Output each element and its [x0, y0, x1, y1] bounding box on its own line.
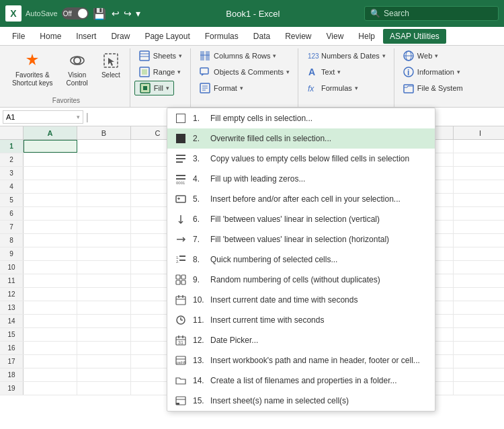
- formulas-button[interactable]: fx Formulas ▾: [302, 81, 362, 95]
- item-12-label: Date Picker...: [210, 336, 258, 345]
- dropdown-item-15[interactable]: 15. Insert sheet(s) name in selected cel…: [167, 391, 435, 411]
- save-icon[interactable]: 💾: [93, 7, 106, 20]
- col-header-A[interactable]: A: [24, 126, 77, 139]
- search-box[interactable]: 🔍 Search: [364, 6, 499, 21]
- item-14-num: 14.: [193, 376, 205, 385]
- dropdown-item-7[interactable]: 7. Fill 'between values' linear in selec…: [167, 229, 435, 249]
- svg-rect-12: [200, 68, 208, 74]
- svg-text:A: A: [308, 67, 315, 77]
- formulas-icon: fx: [306, 82, 319, 94]
- dropdown-item-13[interactable]: path/file 13. Insert workbook's path and…: [167, 350, 435, 370]
- numbers-dates-icon: 123: [306, 50, 319, 62]
- fill-dropdown-menu: 1. Fill empty cells in selection... 2. O…: [167, 108, 435, 412]
- ribbon-group-columns: Columns & Rows ▾ Objects & Comments ▾: [191, 48, 298, 107]
- information-icon: i: [403, 66, 415, 78]
- cell-A1[interactable]: [24, 140, 77, 153]
- menu-review[interactable]: Review: [278, 29, 318, 44]
- item-11-num: 11.: [193, 315, 205, 325]
- fill-horizontal-icon: [174, 233, 187, 246]
- dropdown-item-4[interactable]: 0001 4. Fill up with leading zeros...: [167, 169, 435, 189]
- item-2-num: 2.: [193, 134, 205, 143]
- information-dropdown: ▾: [457, 69, 460, 75]
- undo-dropdown[interactable]: ▾: [134, 7, 142, 20]
- insert-before-after-icon: [174, 192, 187, 206]
- fill-vertical-icon: [174, 212, 187, 226]
- text-button[interactable]: A Text ▾: [302, 65, 345, 79]
- dropdown-item-12[interactable]: 31 12. Date Picker...: [167, 330, 435, 350]
- item-3-label: Copy values to empty cells below filled …: [210, 154, 409, 163]
- name-box[interactable]: A1 ▾: [3, 110, 83, 124]
- date-picker-icon: 31: [174, 334, 187, 347]
- dropdown-item-14[interactable]: 14. Create a list of filenames and prope…: [167, 370, 435, 391]
- columns-rows-button[interactable]: Columns & Rows ▾: [195, 48, 280, 63]
- search-placeholder: Search: [384, 9, 409, 18]
- svg-rect-3: [140, 51, 149, 61]
- col-header-B[interactable]: B: [77, 126, 131, 139]
- date-time-icon: [174, 293, 187, 307]
- fill-button[interactable]: Fill ▾: [134, 81, 174, 95]
- svg-rect-41: [181, 280, 185, 284]
- autosave-toggle[interactable]: Off: [62, 7, 89, 20]
- item-9-label: Random numbering of cells (without dupli…: [210, 275, 380, 284]
- menu-draw[interactable]: Draw: [104, 29, 136, 44]
- dropdown-item-1[interactable]: 1. Fill empty cells in selection...: [167, 108, 435, 128]
- dropdown-item-3[interactable]: 3. Copy values to empty cells below fill…: [167, 149, 435, 169]
- numbers-dates-button[interactable]: 123 Numbers & Dates ▾: [302, 48, 390, 63]
- file-system-button[interactable]: File & System: [398, 81, 467, 95]
- item-7-label: Fill 'between values' linear in selectio…: [210, 235, 389, 244]
- item-5-label: Insert before and/or after each cell in …: [210, 194, 401, 204]
- web-button[interactable]: Web ▾: [398, 48, 442, 63]
- vision-button[interactable]: VisionControl: [61, 48, 93, 90]
- svg-rect-26: [176, 155, 185, 156]
- item-12-num: 12.: [193, 336, 205, 345]
- undo-button[interactable]: ↩: [110, 7, 121, 20]
- menu-file[interactable]: File: [5, 29, 32, 44]
- favorites-button[interactable]: Favorites &Shortcut keys: [7, 48, 58, 90]
- menu-bar: File Home Insert Draw Page Layout Formul…: [0, 27, 504, 46]
- cell-B1[interactable]: [77, 140, 131, 153]
- dropdown-item-10[interactable]: 10. Insert current date and time with se…: [167, 290, 435, 310]
- svg-text:path/file: path/file: [177, 360, 186, 364]
- objects-comments-button[interactable]: Objects & Comments ▾: [195, 65, 294, 79]
- item-6-label: Fill 'between values' linear in selectio…: [210, 214, 380, 224]
- favorites-label: Favorites &Shortcut keys: [12, 71, 53, 87]
- cell-I1[interactable]: [454, 140, 504, 153]
- format-button[interactable]: Format ▾: [195, 81, 247, 95]
- item-1-num: 1.: [193, 114, 205, 123]
- sheets-dropdown-arrow: ▾: [179, 52, 182, 59]
- undo-redo: ↩ ↪ ▾: [110, 7, 142, 20]
- menu-formulas[interactable]: Formulas: [198, 29, 245, 44]
- toggle-off-text: Off: [63, 10, 72, 17]
- copy-values-icon: [174, 152, 187, 165]
- menu-page-layout[interactable]: Page Layout: [138, 29, 196, 44]
- dropdown-item-9[interactable]: 9. Random numbering of cells (without du…: [167, 270, 435, 290]
- item-4-num: 4.: [193, 174, 205, 184]
- sheets-button[interactable]: Sheets ▾: [134, 48, 186, 63]
- menu-asap[interactable]: ASAP Utilities: [383, 29, 446, 44]
- information-button[interactable]: i Information ▾: [398, 65, 464, 79]
- name-box-dropdown[interactable]: ▾: [77, 114, 80, 120]
- ribbon-group-favorites: Favorites &Shortcut keys VisionControl: [3, 48, 130, 107]
- menu-view[interactable]: View: [320, 29, 351, 44]
- item-15-label: Insert sheet(s) name in selected cell(s): [210, 396, 349, 405]
- formulas-label: Formulas: [321, 84, 352, 92]
- title-bar-right: 🔍 Search: [364, 6, 499, 21]
- columns-rows-label: Columns & Rows: [214, 52, 270, 60]
- text-dropdown: ▾: [337, 69, 341, 75]
- dropdown-item-11[interactable]: 11. Insert current time with seconds: [167, 310, 435, 330]
- dropdown-item-8[interactable]: 1.2. 8. Quick numbering of selected cell…: [167, 249, 435, 270]
- svg-rect-28: [176, 161, 183, 163]
- menu-home[interactable]: Home: [33, 29, 68, 44]
- menu-help[interactable]: Help: [351, 29, 382, 44]
- menu-data[interactable]: Data: [247, 29, 277, 44]
- dropdown-item-6[interactable]: 6. Fill 'between values' linear in selec…: [167, 209, 435, 229]
- range-button[interactable]: Range ▾: [134, 65, 185, 79]
- menu-insert[interactable]: Insert: [69, 29, 103, 44]
- select-button[interactable]: Select: [96, 48, 126, 81]
- svg-point-0: [74, 57, 81, 64]
- redo-button[interactable]: ↪: [122, 7, 133, 20]
- col-header-I[interactable]: I: [454, 126, 504, 139]
- dropdown-item-5[interactable]: 5. Insert before and/or after each cell …: [167, 189, 435, 209]
- ribbon-group-numbers: 123 Numbers & Dates ▾ A Text ▾ fx Formul…: [298, 48, 394, 107]
- dropdown-item-2[interactable]: 2. Overwrite filled cells in selection..…: [167, 128, 435, 149]
